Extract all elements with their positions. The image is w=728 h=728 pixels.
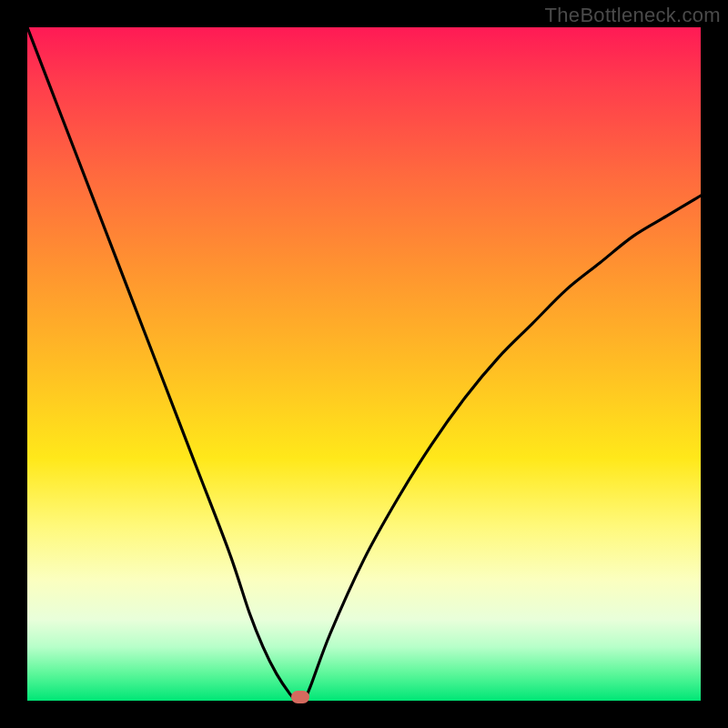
- optimum-marker: [291, 691, 309, 703]
- bottleneck-curve: [27, 27, 701, 701]
- chart-container: TheBottleneck.com: [0, 0, 728, 728]
- plot-area: [27, 27, 701, 701]
- curve-svg: [27, 27, 701, 701]
- watermark-text: TheBottleneck.com: [545, 4, 721, 27]
